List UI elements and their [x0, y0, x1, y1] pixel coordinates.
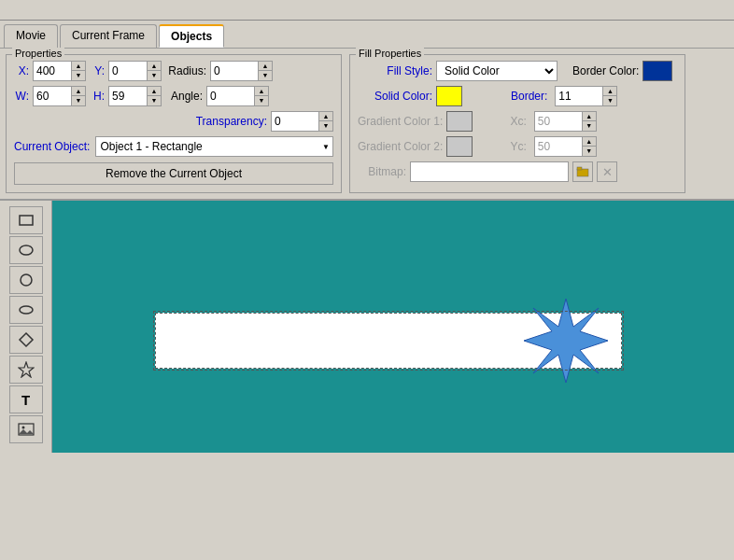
svg-marker-10 — [19, 429, 34, 434]
transparency-row: Transparency: ▲ ▼ — [14, 111, 333, 132]
fill-style-select[interactable]: Solid Color Gradient Bitmap None — [436, 61, 558, 81]
angle-input[interactable] — [207, 89, 254, 104]
xc-spinner: ▲ ▼ — [534, 111, 597, 132]
y-up-btn[interactable]: ▲ — [148, 62, 161, 71]
h-label: H: — [90, 90, 105, 103]
image-tool-button[interactable] — [9, 415, 43, 443]
bitmap-row: Bitmap: ✕ — [358, 161, 677, 182]
border-input[interactable] — [556, 89, 602, 104]
current-object-select[interactable]: Object 1 - Rectangle — [95, 136, 333, 157]
yc-input — [535, 139, 582, 154]
rectangle-tool-button[interactable] — [9, 206, 43, 234]
angle-down-btn[interactable]: ▼ — [255, 96, 268, 105]
yc-up-btn: ▲ — [583, 137, 596, 147]
x-spinner[interactable]: ▲ ▼ — [33, 61, 86, 81]
fill-style-label: Fill Style: — [358, 64, 432, 77]
tab-bar: Movie Current Frame Objects — [0, 21, 734, 49]
transparency-label: Transparency: — [183, 115, 267, 128]
circle-tool-button[interactable] — [9, 266, 43, 294]
transparency-down-btn[interactable]: ▼ — [319, 121, 332, 131]
border-color-swatch[interactable] — [642, 61, 672, 81]
tab-movie[interactable]: Movie — [4, 24, 58, 48]
gradient-color1-label: Gradient Color 1: — [358, 115, 443, 128]
properties-group-label: Properties — [12, 48, 64, 59]
border-spinner[interactable]: ▲ ▼ — [555, 86, 617, 106]
gradient-color2-swatch — [446, 136, 473, 157]
angle-spinner[interactable]: ▲ ▼ — [206, 86, 269, 106]
properties-area: Properties X: ▲ ▼ Y: ▲ ▼ Radius: — [0, 49, 734, 201]
star-icon — [18, 361, 35, 378]
oval-tool-button[interactable] — [9, 296, 43, 324]
tool-sidebar: T — [0, 201, 52, 453]
folder-icon — [576, 165, 589, 178]
solid-color-swatch[interactable] — [436, 86, 462, 106]
gradient-color1-swatch — [446, 111, 473, 132]
transparency-up-btn[interactable]: ▲ — [319, 112, 332, 121]
fill-properties-group: Fill Properties Fill Style: Solid Color … — [349, 54, 685, 193]
tab-objects[interactable]: Objects — [159, 24, 224, 48]
x-input[interactable] — [34, 63, 71, 78]
x-down-btn[interactable]: ▼ — [72, 71, 85, 80]
h-input[interactable] — [109, 89, 147, 104]
border-color-label: Border Color: — [572, 64, 639, 77]
radius-input[interactable] — [211, 63, 258, 78]
y-down-btn[interactable]: ▼ — [148, 71, 161, 80]
h-down-btn[interactable]: ▼ — [148, 96, 161, 105]
w-label: W: — [14, 90, 29, 103]
ellipse-tool-button[interactable] — [9, 236, 43, 264]
remove-object-button[interactable]: Remove the Current Object — [14, 162, 333, 185]
star-tool-button[interactable] — [9, 356, 43, 384]
angle-up-btn[interactable]: ▲ — [255, 87, 268, 96]
current-object-label: Current Object: — [14, 140, 90, 153]
radius-up-btn[interactable]: ▲ — [259, 62, 272, 71]
border-down-btn[interactable]: ▼ — [603, 96, 616, 105]
gradient2-row: Gradient Color 2: Yc: ▲ ▼ — [358, 136, 677, 157]
border-up-btn[interactable]: ▲ — [603, 87, 616, 96]
transparency-spinner[interactable]: ▲ ▼ — [271, 111, 333, 132]
current-object-row: Current Object: Object 1 - Rectangle — [14, 136, 333, 157]
xc-label: Xc: — [510, 115, 526, 128]
h-spinner[interactable]: ▲ ▼ — [108, 86, 162, 106]
w-up-btn[interactable]: ▲ — [72, 87, 85, 96]
angle-label: Angle: — [165, 90, 203, 103]
canvas-main[interactable] — [52, 201, 734, 453]
xc-down-btn: ▼ — [583, 121, 596, 131]
text-tool-button[interactable]: T — [9, 385, 43, 413]
w-down-btn[interactable]: ▼ — [72, 96, 85, 105]
bitmap-input — [410, 161, 569, 182]
border-label: Border: — [511, 90, 547, 103]
svg-marker-6 — [20, 333, 33, 346]
w-input[interactable] — [34, 89, 71, 104]
svg-point-4 — [21, 274, 32, 286]
star-object[interactable] — [519, 294, 613, 387]
radius-spinner[interactable]: ▲ ▼ — [210, 61, 273, 81]
svg-rect-1 — [577, 167, 582, 170]
y-label: Y: — [90, 64, 105, 77]
x-up-btn[interactable]: ▲ — [72, 62, 85, 71]
transparency-input[interactable] — [272, 114, 318, 129]
yc-spinner: ▲ ▼ — [534, 136, 597, 157]
properties-group: Properties X: ▲ ▼ Y: ▲ ▼ Radius: — [6, 54, 342, 193]
ellipse-icon — [18, 242, 35, 259]
oval-icon — [18, 301, 35, 318]
h-up-btn[interactable]: ▲ — [148, 87, 161, 96]
gradient1-row: Gradient Color 1: Xc: ▲ ▼ — [358, 111, 677, 132]
w-spinner[interactable]: ▲ ▼ — [33, 86, 86, 106]
tab-current-frame[interactable]: Current Frame — [60, 24, 157, 48]
x-label: X: — [14, 64, 29, 77]
svg-point-9 — [21, 427, 24, 429]
xy-row: X: ▲ ▼ Y: ▲ ▼ Radius: ▲ — [14, 61, 333, 81]
rectangle-icon — [18, 212, 35, 229]
current-object-select-wrapper[interactable]: Object 1 - Rectangle — [95, 136, 333, 157]
solid-color-row: Solid Color: Border: ▲ ▼ — [358, 86, 677, 106]
wh-row: W: ▲ ▼ H: ▲ ▼ Angle: ▲ — [14, 86, 333, 106]
fill-style-row: Fill Style: Solid Color Gradient Bitmap … — [358, 61, 677, 81]
y-spinner[interactable]: ▲ ▼ — [108, 61, 162, 81]
circle-icon — [18, 272, 35, 288]
radius-down-btn[interactable]: ▼ — [259, 71, 272, 80]
svg-point-3 — [20, 245, 33, 255]
xc-input — [535, 114, 582, 129]
diamond-tool-button[interactable] — [9, 326, 43, 354]
y-input[interactable] — [109, 63, 147, 78]
bitmap-label: Bitmap: — [358, 165, 406, 178]
